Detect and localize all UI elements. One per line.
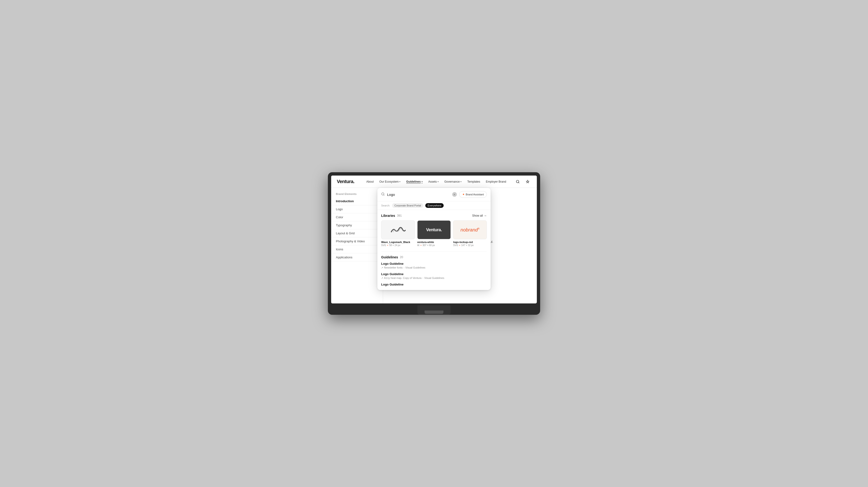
sidebar-item-layout-grid[interactable]: Layout & Grid [331, 229, 383, 237]
search-overlay: × ✦ Brand Assistant Search: Corporate Br… [377, 188, 491, 290]
sidebar-item-photography-video[interactable]: Photography & Video [331, 237, 383, 245]
card-thumbnail-ventura: Ventura. [417, 220, 451, 239]
search-icon [516, 180, 520, 184]
assistant-icon: ✦ [462, 193, 465, 196]
sparkle-button[interactable] [524, 178, 531, 185]
search-button[interactable] [514, 178, 521, 185]
card-thumbnail-nobrand: nobrand® [453, 220, 487, 239]
libraries-show-all[interactable]: Show all → [472, 214, 487, 217]
guideline-item-2[interactable]: Logo Guideline ↗ A11y heat map. Copy of … [381, 272, 487, 279]
guidelines-title: Guidelines 20 [381, 255, 403, 259]
guideline-item-1[interactable]: Logo Guideline ↗ Newsletter fonts › Visu… [381, 262, 487, 269]
sidebar-item-icons[interactable]: Icons [331, 245, 383, 253]
search-results: Libraries 391 Show all → [377, 210, 491, 290]
guideline-item-3[interactable]: Logo Guideline [381, 283, 487, 286]
arrow-right-icon: → [484, 214, 487, 217]
monitor-stand [417, 305, 451, 315]
monitor-base [425, 310, 443, 314]
card-meta-wave: SVG • 58 × 24 px [381, 244, 415, 247]
card-meta-ventura: AI • 307 × 60 px [417, 244, 451, 247]
library-card-wave[interactable]: Wave_Logomark_Black SVG • 58 × 24 px [381, 220, 415, 247]
nav-item-templates[interactable]: Templates [465, 179, 483, 185]
sidebar-item-logo[interactable]: Logo [331, 205, 383, 213]
logo[interactable]: Ventura. [337, 179, 354, 184]
library-card-logo-lockup-red[interactable]: nobrand® logo-lockup-red SVG • 147 × 32 … [453, 220, 487, 247]
card-thumbnail-wave [381, 220, 415, 239]
nav-item-assets[interactable]: Assets ▾ [426, 179, 441, 185]
card-meta-nobrand: SVG • 147 × 32 px [453, 244, 487, 247]
search-input[interactable] [387, 192, 450, 196]
sidebar: Brand Elements Introduction Logo Color T… [331, 188, 383, 303]
navbar: Ventura. About Our Ecosystem ▾ Guideline… [331, 176, 537, 188]
libraries-title: Libraries 391 [381, 214, 402, 217]
nav-item-ecosystem[interactable]: Our Ecosystem ▾ [377, 179, 403, 185]
guideline-breadcrumb-1: ↗ Newsletter fonts › Visual Guidelines [381, 266, 487, 269]
svg-line-1 [519, 182, 519, 183]
scope-everywhere[interactable]: Everywhere [425, 203, 444, 208]
monitor: Ventura. About Our Ecosystem ▾ Guideline… [328, 172, 540, 315]
sparkle-icon [526, 180, 530, 184]
app: Ventura. About Our Ecosystem ▾ Guideline… [331, 176, 537, 303]
nav-item-employer-brand[interactable]: Employer Brand [484, 179, 508, 185]
svg-line-3 [383, 195, 384, 195]
external-link-icon: ↗ [381, 266, 383, 269]
guideline-breadcrumb-2: ↗ A11y heat map. Copy of Ventura › Visua… [381, 277, 487, 279]
search-scope-row: Search: Corporate Brand Portal Everywher… [377, 201, 491, 210]
nav-links: About Our Ecosystem ▾ Guidelines ▾ Asset… [364, 179, 514, 185]
libraries-section-header: Libraries 391 Show all → [381, 214, 487, 217]
library-card-ventura-white[interactable]: Ventura. ventura-white AI • 307 × 60 px [417, 220, 451, 247]
wave-logo-svg [390, 226, 406, 233]
sidebar-item-applications[interactable]: Applications [331, 253, 383, 262]
chevron-down-icon: ▾ [399, 181, 401, 183]
brand-assistant-button[interactable]: ✦ Brand Assistant [459, 191, 487, 198]
nav-item-guidelines[interactable]: Guidelines ▾ [404, 179, 425, 185]
search-input-row: × ✦ Brand Assistant [377, 188, 491, 201]
external-link-icon: ↗ [381, 277, 383, 279]
monitor-screen: Ventura. About Our Ecosystem ▾ Guideline… [331, 176, 537, 303]
chevron-down-icon: ▾ [437, 181, 439, 183]
chevron-down-icon: ▾ [422, 181, 423, 183]
library-cards: Wave_Logomark_Black SVG • 58 × 24 px [381, 220, 487, 247]
nav-item-about[interactable]: About [364, 179, 376, 185]
nav-actions [514, 178, 531, 185]
sidebar-item-typography[interactable]: Typography [331, 221, 383, 229]
search-clear-button[interactable]: × [452, 192, 457, 197]
sidebar-item-introduction[interactable]: Introduction [331, 197, 383, 205]
sidebar-item-color[interactable]: Color [331, 213, 383, 221]
scope-corporate-brand-portal[interactable]: Corporate Brand Portal [392, 203, 423, 208]
monitor-stand-area [331, 303, 537, 315]
guidelines-section-header: Guidelines 20 [381, 255, 487, 259]
guidelines-section: Guidelines 20 Logo Guideline ↗ Newslette… [381, 251, 487, 286]
search-icon [381, 192, 385, 196]
nav-item-governance[interactable]: Governance ▾ [442, 179, 464, 185]
chevron-down-icon: ▾ [460, 181, 462, 183]
